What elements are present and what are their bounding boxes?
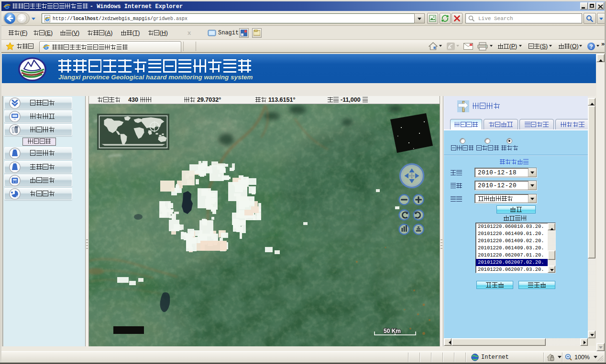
svg-text:?: ? [589, 43, 593, 50]
svg-text:50 Km: 50 Km [384, 328, 401, 334]
